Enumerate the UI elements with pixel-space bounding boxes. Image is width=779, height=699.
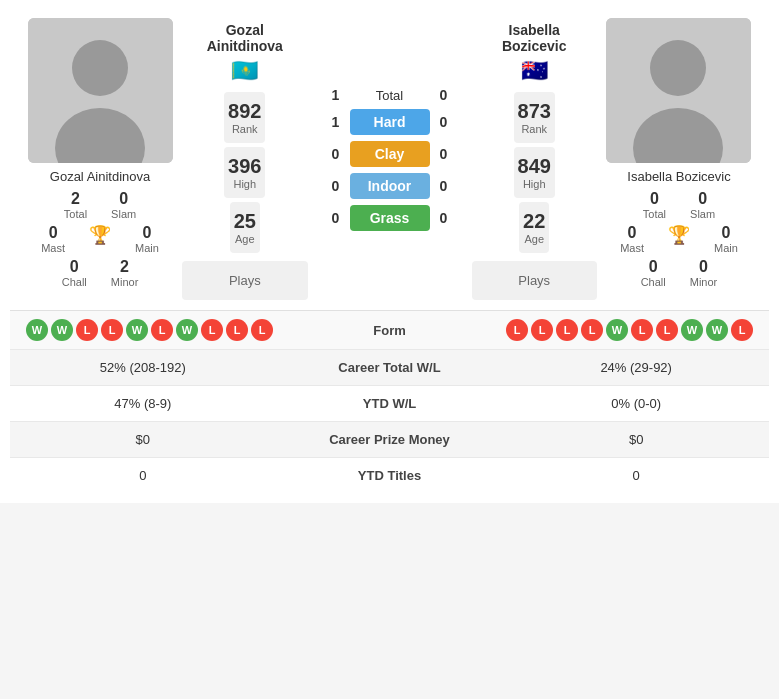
left-minor-stat: 2 Minor <box>111 258 139 288</box>
right-total-label: Total <box>643 208 666 220</box>
right-high-box: 849 High <box>514 147 555 198</box>
stat-label-0: Career Total W/L <box>276 350 504 386</box>
left-rank-value: 892 <box>228 100 261 123</box>
left-high-box: 396 High <box>224 147 265 198</box>
stats-row-3: 0 YTD Titles 0 <box>10 458 769 494</box>
left-mast-label: Mast <box>41 242 65 254</box>
clay-row: 0 Clay 0 <box>322 141 458 167</box>
form-pill-l: L <box>631 319 653 341</box>
form-pill-w: W <box>606 319 628 341</box>
stat-right-1: 0% (0-0) <box>503 386 769 422</box>
hard-row: 1 Hard 0 <box>322 109 458 135</box>
left-hard: 1 <box>322 114 350 130</box>
form-pill-l: L <box>151 319 173 341</box>
stats-table: 52% (208-192) Career Total W/L 24% (29-9… <box>10 349 769 493</box>
right-total-stat: 0 Total <box>643 190 666 220</box>
indoor-badge: Indoor <box>350 173 430 199</box>
form-pill-w: W <box>681 319 703 341</box>
grass-badge: Grass <box>350 205 430 231</box>
total-row: 1 Total 0 <box>322 87 458 103</box>
stat-left-2: $0 <box>10 422 276 458</box>
left-slam-label: Slam <box>111 208 136 220</box>
right-info-panel: Isabella Bozicevic 🇦🇺 873 Rank 849 High … <box>472 18 597 300</box>
form-pill-w: W <box>126 319 148 341</box>
left-indoor: 0 <box>322 178 350 194</box>
right-high-label: High <box>523 178 546 190</box>
hard-badge: Hard <box>350 109 430 135</box>
left-age-value: 25 <box>234 210 256 233</box>
right-mast-label: Mast <box>620 242 644 254</box>
left-total-label: Total <box>64 208 87 220</box>
right-chall-stat: 0 Chall <box>641 258 666 288</box>
form-pill-l: L <box>531 319 553 341</box>
left-high-value: 396 <box>228 155 261 178</box>
left-total-surface: 1 <box>322 87 350 103</box>
left-age-box: 25 Age <box>230 202 260 253</box>
left-chall-label: Chall <box>62 276 87 288</box>
right-indoor: 0 <box>430 178 458 194</box>
clay-badge: Clay <box>350 141 430 167</box>
left-player-area: Gozal Ainitdinova 2 Total 0 Slam 0 Mast <box>18 18 182 300</box>
stat-right-2: $0 <box>503 422 769 458</box>
right-minor-stat: 0 Minor <box>690 258 718 288</box>
left-player-avatar <box>28 18 173 163</box>
stat-label-2: Career Prize Money <box>276 422 504 458</box>
top-row: Gozal Ainitdinova 2 Total 0 Slam 0 Mast <box>10 10 769 300</box>
right-chall-value: 0 <box>649 258 658 276</box>
left-player-name: Gozal Ainitdinova <box>50 169 150 184</box>
grass-row: 0 Grass 0 <box>322 205 458 231</box>
right-age-box: 22 Age <box>519 202 549 253</box>
left-plays-label: Plays <box>229 273 261 288</box>
right-mast-value: 0 <box>628 224 637 242</box>
right-plays-label: Plays <box>518 273 550 288</box>
left-main-value: 0 <box>142 224 151 242</box>
left-main-label: Main <box>135 242 159 254</box>
svg-point-1 <box>72 40 128 96</box>
left-plays-box: Plays <box>182 261 307 300</box>
right-chall-label: Chall <box>641 276 666 288</box>
left-mast-stat: 0 Mast <box>41 224 65 254</box>
indoor-row: 0 Indoor 0 <box>322 173 458 199</box>
left-minor-value: 2 <box>120 258 129 276</box>
right-main-label: Main <box>714 242 738 254</box>
right-full-name: Isabella Bozicevic <box>502 22 567 54</box>
left-high-label: High <box>233 178 256 190</box>
right-player-name: Isabella Bozicevic <box>627 169 730 184</box>
left-flag-row: 🇰🇿 <box>207 58 283 84</box>
left-total-stat: 2 Total <box>64 190 87 220</box>
left-mast-value: 0 <box>49 224 58 242</box>
right-total-surface: 0 <box>430 87 458 103</box>
left-form-pills: WWLLWLWLLL <box>26 319 330 341</box>
right-total-value: 0 <box>650 190 659 208</box>
stat-right-0: 24% (29-92) <box>503 350 769 386</box>
form-label: Form <box>340 323 440 338</box>
left-chall-stat: 0 Chall <box>62 258 87 288</box>
left-main-stat: 0 Main <box>135 224 159 254</box>
right-player-stats: 0 Total 0 Slam 0 Mast 🏆 <box>597 190 761 292</box>
right-rank-box: 873 Rank <box>514 92 555 143</box>
right-flag-emoji: 🇦🇺 <box>521 58 548 84</box>
right-slam-stat: 0 Slam <box>690 190 715 220</box>
surface-panel: 1 Total 0 1 Hard 0 0 Clay 0 0 Indoor 0 0 <box>312 18 468 300</box>
right-trophy-icon-container: 🏆 <box>668 224 690 254</box>
stats-row-2: $0 Career Prize Money $0 <box>10 422 769 458</box>
right-grass: 0 <box>430 210 458 226</box>
left-clay: 0 <box>322 146 350 162</box>
form-pill-l: L <box>556 319 578 341</box>
total-label: Total <box>350 88 430 103</box>
right-hard: 0 <box>430 114 458 130</box>
left-player-header: Gozal Ainitdinova 🇰🇿 <box>207 18 283 92</box>
stat-label-1: YTD W/L <box>276 386 504 422</box>
right-slam-label: Slam <box>690 208 715 220</box>
stat-left-3: 0 <box>10 458 276 494</box>
form-pill-l: L <box>506 319 528 341</box>
right-rank-label: Rank <box>521 123 547 135</box>
left-rank-box: 892 Rank <box>224 92 265 143</box>
right-player-header: Isabella Bozicevic 🇦🇺 <box>502 18 567 92</box>
form-pill-w: W <box>26 319 48 341</box>
left-total-value: 2 <box>71 190 80 208</box>
right-player-area: Isabella Bozicevic 0 Total 0 Slam 0 Mas <box>597 18 761 300</box>
right-plays-box: Plays <box>472 261 597 300</box>
right-minor-label: Minor <box>690 276 718 288</box>
left-chall-value: 0 <box>70 258 79 276</box>
